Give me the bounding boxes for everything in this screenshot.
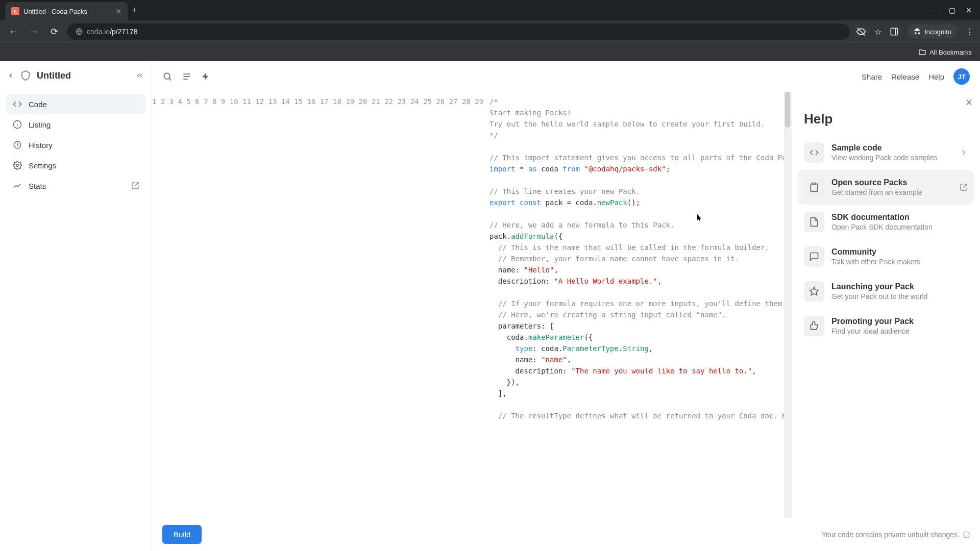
avatar[interactable]: JT <box>953 68 970 85</box>
sidebar-collapse-icon[interactable] <box>135 71 144 80</box>
sidebar-item-label: Stats <box>29 182 46 190</box>
help-item-community[interactable]: CommunityTalk with other Pack makers <box>798 239 974 274</box>
folder-icon <box>918 48 926 57</box>
svg-point-9 <box>164 73 170 79</box>
sidebar: Untitled CodeListingHistorySettingsStats <box>0 61 152 551</box>
help-item-sub: View working Pack code samples <box>831 154 952 162</box>
reload-button[interactable]: ⟳ <box>47 26 61 37</box>
editor-wrap: 1 2 3 4 5 6 7 8 9 10 11 12 13 14 15 16 1… <box>152 92 980 551</box>
help-item-title: Open source Packs <box>831 178 952 187</box>
search-icon[interactable] <box>162 71 173 82</box>
help-list: Sample codeView working Pack code sample… <box>792 135 980 523</box>
sidebar-back-icon[interactable] <box>7 72 14 79</box>
info-icon <box>12 119 22 130</box>
thumb-icon <box>804 316 824 336</box>
sidepanel-icon[interactable] <box>890 27 899 36</box>
bookmarks-bar: All Bookmarks <box>0 43 980 61</box>
release-button[interactable]: Release <box>891 72 919 81</box>
help-item-body: Open source PacksGet started from an exa… <box>831 178 952 196</box>
help-item-title: Promoting your Pack <box>831 317 968 326</box>
code-area[interactable]: /* Start making Packs! Try out the hello… <box>489 92 784 551</box>
help-item-title: Sample code <box>831 143 952 153</box>
star-icon <box>804 281 824 302</box>
help-item-sub: Talk with other Pack makers <box>831 258 968 266</box>
code-icon <box>804 142 824 163</box>
url-path: /p/27178 <box>110 28 138 36</box>
main: Share Release Help JT 1 2 3 4 5 6 7 8 9 … <box>152 61 980 551</box>
help-item-body: SDK documentationOpen Pack SDK documenta… <box>831 213 968 231</box>
history-icon <box>12 140 22 150</box>
bookmark-star-icon[interactable]: ☆ <box>874 27 881 37</box>
browser-tab[interactable]: c Untitled · Coda Packs ✕ <box>5 2 128 20</box>
help-item-body: Launching your PackGet your Pack out to … <box>831 282 968 300</box>
help-item-title: Launching your Pack <box>831 282 968 291</box>
svg-point-8 <box>16 164 19 167</box>
bolt-icon[interactable] <box>201 72 210 81</box>
sidebar-item-label: Settings <box>29 161 56 170</box>
help-item-sdk-documentation[interactable]: SDK documentationOpen Pack SDK documenta… <box>798 205 974 239</box>
help-button[interactable]: Help <box>928 72 944 81</box>
url-bar[interactable]: coda.io/p/27178 <box>67 23 850 40</box>
maximize-icon[interactable]: ▢ <box>949 6 955 14</box>
close-window-icon[interactable]: ✕ <box>966 6 972 14</box>
help-panel: ✕ Help Sample codeView working Pack code… <box>791 92 980 551</box>
help-item-body: CommunityTalk with other Pack makers <box>831 247 968 266</box>
doc-icon <box>804 212 824 232</box>
help-item-sub: Find your ideal audience <box>831 327 968 335</box>
browser-chrome: c Untitled · Coda Packs ✕ + — ▢ ✕ ← → ⟳ … <box>0 0 980 61</box>
help-item-sub: Open Pack SDK documentation <box>831 223 968 231</box>
help-item-open-source-packs[interactable]: Open source PacksGet started from an exa… <box>798 170 974 205</box>
close-icon[interactable]: ✕ <box>965 97 973 108</box>
scrollbar-thumb[interactable] <box>785 92 790 128</box>
stats-icon <box>12 181 22 191</box>
app-root: Untitled CodeListingHistorySettingsStats… <box>0 61 980 551</box>
sidebar-item-code[interactable]: Code <box>6 94 145 114</box>
incognito-badge[interactable]: Incognito <box>907 24 958 39</box>
code-editor[interactable]: 1 2 3 4 5 6 7 8 9 10 11 12 13 14 15 16 1… <box>152 92 791 551</box>
tab-close-icon[interactable]: ✕ <box>116 8 121 15</box>
browser-menu-icon[interactable]: ⋮ <box>966 27 974 37</box>
sidebar-item-label: Listing <box>29 120 51 129</box>
sidebar-item-label: Code <box>29 100 47 109</box>
sidebar-item-stats[interactable]: Stats <box>6 176 145 196</box>
pack-title[interactable]: Untitled <box>37 70 71 81</box>
new-tab-button[interactable]: + <box>128 1 141 20</box>
minimize-icon[interactable]: — <box>932 6 939 14</box>
svg-rect-2 <box>891 28 898 35</box>
svg-marker-15 <box>810 287 819 295</box>
sidebar-nav: CodeListingHistorySettingsStats <box>0 90 152 200</box>
clipboard-icon <box>804 177 824 197</box>
window-controls: — ▢ ✕ <box>932 6 980 14</box>
svg-line-10 <box>169 78 171 80</box>
tab-title: Untitled · Coda Packs <box>23 8 87 15</box>
help-item-body: Sample codeView working Pack code sample… <box>831 143 952 162</box>
sidebar-item-label: History <box>29 141 53 149</box>
gear-icon <box>12 160 22 170</box>
help-item-sample-code[interactable]: Sample codeView working Pack code sample… <box>798 135 974 170</box>
help-item-launching-your-pack[interactable]: Launching your PackGet your Pack out to … <box>798 274 974 309</box>
share-button[interactable]: Share <box>862 72 882 81</box>
sidebar-item-listing[interactable]: Listing <box>6 114 145 135</box>
forward-button[interactable]: → <box>27 27 41 37</box>
build-button[interactable]: Build <box>162 525 202 544</box>
help-item-promoting-your-pack[interactable]: Promoting your PackFind your ideal audie… <box>798 309 974 343</box>
tab-favicon: c <box>11 7 19 15</box>
all-bookmarks-button[interactable]: All Bookmarks <box>918 48 972 57</box>
logs-icon[interactable] <box>182 71 192 82</box>
main-header: Share Release Help JT <box>152 61 980 92</box>
incognito-eye-icon[interactable] <box>856 27 866 37</box>
back-button[interactable]: ← <box>6 27 20 37</box>
code-icon <box>12 99 22 109</box>
url-domain: coda.io <box>87 28 110 36</box>
editor-scrollbar[interactable] <box>784 92 791 551</box>
chevron-right-icon <box>960 148 968 157</box>
build-status: Your code contains private unbuilt chang… <box>822 531 970 539</box>
incognito-icon <box>913 28 921 36</box>
sidebar-item-history[interactable]: History <box>6 135 145 155</box>
incognito-label: Incognito <box>924 28 951 36</box>
site-info-icon <box>76 28 83 35</box>
help-item-sub: Get started from an example <box>831 188 952 196</box>
browser-toolbar: ← → ⟳ coda.io/p/27178 ☆ Incognito ⋮ <box>0 20 980 43</box>
info-icon[interactable] <box>963 531 970 538</box>
sidebar-item-settings[interactable]: Settings <box>6 155 145 176</box>
